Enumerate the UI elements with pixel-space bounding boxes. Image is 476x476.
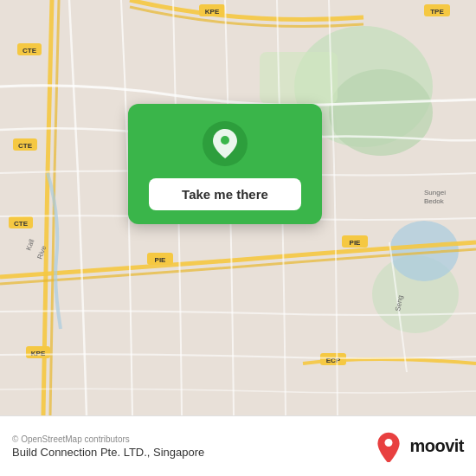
svg-text:CTE: CTE	[23, 47, 37, 55]
copyright-text: © OpenStreetMap contributors	[12, 434, 204, 444]
svg-point-2	[329, 69, 433, 156]
location-icon-wrapper	[203, 121, 248, 166]
moovit-logo: moovit	[373, 431, 464, 462]
svg-point-30	[385, 439, 393, 447]
svg-text:CTE: CTE	[18, 142, 33, 150]
svg-rect-4	[260, 52, 338, 104]
moovit-logo-icon	[373, 431, 404, 462]
take-me-there-button[interactable]: Take me there	[149, 178, 301, 210]
svg-text:CTE: CTE	[14, 220, 29, 228]
svg-point-29	[221, 136, 229, 145]
bottom-left: © OpenStreetMap contributors Build Conne…	[12, 434, 204, 459]
place-name: Build Connection Pte. LTD., Singapore	[12, 446, 204, 459]
svg-text:Bedok: Bedok	[424, 197, 445, 205]
moovit-text: moovit	[409, 436, 464, 456]
map-container[interactable]: PIE PIE ECP KPE TPE CTE CTE CTE KPE	[0, 0, 476, 415]
svg-text:PIE: PIE	[350, 239, 362, 247]
card-overlay: Take me there	[128, 104, 322, 224]
svg-text:KPE: KPE	[205, 8, 220, 16]
location-pin-icon	[213, 129, 237, 158]
svg-text:TPE: TPE	[430, 8, 444, 16]
app: PIE PIE ECP KPE TPE CTE CTE CTE KPE	[0, 0, 476, 476]
svg-text:PIE: PIE	[155, 256, 167, 264]
svg-text:Sungei: Sungei	[424, 189, 446, 196]
bottom-bar: © OpenStreetMap contributors Build Conne…	[0, 415, 476, 476]
